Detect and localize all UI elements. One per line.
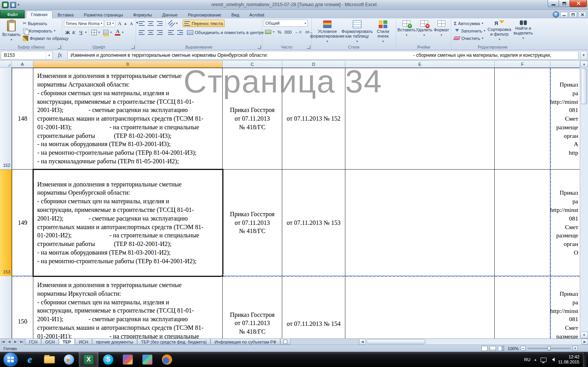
tab-view[interactable]: Вид	[226, 11, 244, 18]
cell-c-150[interactable]: Приказ Госстроя от 07.11.2013 № 418/ГС	[223, 276, 282, 338]
paste-button[interactable]: Вставить ▾	[2, 20, 21, 43]
vertical-scroll-thumb[interactable]	[581, 68, 587, 104]
sheet-tab-gsn[interactable]: ГСН	[25, 339, 41, 345]
name-box[interactable]: B153 ▾	[1, 51, 53, 60]
sort-filter-button[interactable]: Я Сортировка и фильтр ▾	[487, 20, 512, 43]
formula-input[interactable]: Изменения и дополнения в территориальные…	[67, 51, 579, 60]
row-header-selected[interactable]	[0, 170, 12, 276]
tab-data[interactable]: Данные	[157, 11, 183, 18]
tab-insert[interactable]: Вставка	[53, 11, 79, 18]
cell-e-150[interactable]	[345, 276, 495, 338]
sheet-tab-osn[interactable]: ОСН	[41, 339, 58, 345]
row-header-153[interactable]: 153	[0, 269, 10, 274]
cell-d-150[interactable]: от 07.11.2013 № 154	[282, 276, 345, 338]
show-desktop-button[interactable]	[583, 352, 586, 367]
taskbar-clock[interactable]: 12:42 11.08.2015	[558, 354, 579, 365]
decrease-indent-button[interactable]	[167, 29, 175, 36]
sheet-tab-ter[interactable]: ТЕР	[59, 339, 75, 345]
tab-acrobat[interactable]: Acrobat	[244, 11, 269, 18]
merge-center-button[interactable]: Объединить и поместить в центре ▾	[186, 29, 268, 36]
taskbar-excel-button[interactable]: X	[79, 352, 98, 367]
normal-view-button[interactable]	[481, 346, 488, 351]
font-size-combo[interactable]: 13 ▾	[105, 20, 115, 27]
language-indicator[interactable]: RU	[524, 357, 530, 362]
scroll-left-icon[interactable]: ◀	[359, 339, 366, 345]
show-hidden-icons-icon[interactable]: ▲	[534, 358, 537, 362]
bold-button[interactable]: Ж	[64, 29, 70, 36]
restore-button[interactable]	[559, 0, 570, 7]
fill-button[interactable]: Заполнить ▾	[453, 27, 486, 34]
sheet-tab-isn[interactable]: ИСН	[75, 339, 92, 345]
cell-b-149[interactable]: Изменения и дополнения в территориальные…	[33, 170, 223, 276]
column-header-g[interactable]	[550, 61, 580, 68]
font-name-combo[interactable]: Times New Roma ▾	[64, 20, 104, 27]
cell-a-148[interactable]: 148	[12, 68, 33, 170]
tab-formulas[interactable]: Формулы	[128, 11, 157, 18]
expand-formula-bar-button[interactable]: ▼	[580, 51, 587, 60]
zoom-slider[interactable]	[528, 348, 571, 349]
minimize-button[interactable]	[548, 0, 559, 7]
row-header-152[interactable]: 152	[0, 163, 10, 168]
select-all-corner[interactable]	[0, 61, 12, 68]
format-as-table-button[interactable]: Форматировать как таблицу ▾	[342, 20, 372, 45]
dialog-launcher-icon[interactable]	[58, 45, 61, 49]
grow-font-button[interactable]: А	[116, 20, 127, 27]
cell-f-150[interactable]	[495, 276, 550, 338]
tab-file[interactable]: Файл	[0, 10, 25, 18]
align-bottom-button[interactable]	[156, 20, 164, 27]
increase-decimal-button[interactable]: ←.0	[294, 28, 303, 36]
taskbar-firefox-button[interactable]	[157, 352, 177, 367]
taskbar-ie-button[interactable]: e	[20, 352, 40, 367]
autosum-button[interactable]: Σ Автосумма ▾	[453, 20, 486, 27]
borders-button[interactable]: ▾	[90, 29, 101, 36]
cell-c-148[interactable]: Приказ Госстроя от 07.11.2013 № 418/ГС	[223, 68, 282, 170]
fill-color-button[interactable]: ▾	[102, 29, 113, 36]
zoom-out-button[interactable]: −	[521, 346, 526, 351]
clear-button[interactable]: Очистить ▾	[453, 34, 486, 42]
start-button[interactable]	[3, 352, 18, 367]
first-sheet-button[interactable]: |◀	[0, 339, 6, 345]
horizontal-scrollbar[interactable]: ◀ ▶	[359, 339, 588, 345]
align-center-button[interactable]	[147, 29, 155, 36]
excel-app-icon[interactable]	[2, 2, 9, 8]
align-right-button[interactable]	[156, 29, 164, 36]
last-sheet-button[interactable]: ▶|	[19, 339, 25, 345]
horizontal-scroll-thumb[interactable]	[367, 339, 425, 344]
taskbar-media-player-button[interactable]: ▶	[59, 352, 79, 367]
chevron-down-icon[interactable]: ▾	[46, 51, 52, 59]
workbook-minimize-button[interactable]	[560, 12, 568, 18]
format-cells-button[interactable]: Формат ▾	[433, 20, 450, 38]
taskbar-app1-button[interactable]	[118, 352, 138, 367]
column-header-c[interactable]: C	[223, 61, 282, 68]
taskbar-skype-button[interactable]: S	[98, 352, 118, 367]
insert-function-button[interactable]: fx	[54, 51, 66, 60]
tab-home[interactable]: Главная	[26, 11, 53, 18]
cell-g-148[interactable]: Приказ ра http://minst 081 Смет размеще …	[550, 68, 580, 170]
increase-indent-button[interactable]	[176, 29, 184, 36]
cell-d-149[interactable]: от 07.11.2013 № 153	[282, 170, 345, 276]
cell-a-150[interactable]: 150	[12, 276, 33, 338]
number-format-combo[interactable]: Общий ▾	[264, 20, 308, 27]
cell-c-149[interactable]: Приказ Госстроя от 07.11.2013 № 418/ГС	[223, 170, 282, 276]
dialog-launcher-icon[interactable]	[131, 45, 135, 49]
cell-e-148[interactable]	[345, 68, 495, 170]
zoom-in-button[interactable]: +	[573, 346, 578, 351]
sheet-tab-region-info[interactable]: Информация по субъектам РФ	[211, 339, 280, 345]
accounting-format-button[interactable]: ▾	[264, 28, 276, 36]
column-header-e[interactable]: E	[345, 61, 495, 68]
scroll-right-icon[interactable]: ▶	[581, 339, 588, 345]
qat-dropdown-icon[interactable]: ▾	[18, 3, 20, 7]
align-left-button[interactable]	[138, 29, 146, 36]
display-tray-icon[interactable]	[541, 358, 546, 362]
cell-f-148[interactable]	[495, 68, 550, 170]
next-sheet-button[interactable]: ▶	[13, 339, 19, 345]
close-button[interactable]	[570, 0, 587, 7]
column-header-a[interactable]: A	[12, 61, 33, 68]
insert-cells-button[interactable]: Вставить ▾	[398, 20, 415, 38]
sheet-tab-other-docs[interactable]: прочие документы	[92, 339, 137, 345]
column-header-f[interactable]: F	[495, 61, 550, 68]
sheet-tab-ter-no-fed[interactable]: ТЕР (без средств фед. бюджета)	[137, 339, 211, 345]
page-layout-view-button[interactable]	[490, 346, 496, 351]
font-color-button[interactable]: А▾	[114, 29, 125, 36]
taskbar-app2-button[interactable]	[138, 352, 157, 367]
